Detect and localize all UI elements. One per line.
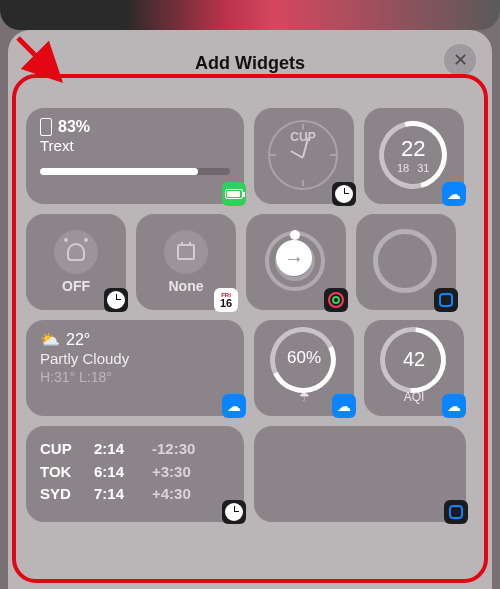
- close-button[interactable]: ✕: [444, 44, 476, 76]
- temp-high: 31: [417, 162, 429, 174]
- clock-app-badge: [332, 182, 356, 206]
- world-clock-list: CUP2:14-12:30TOK6:14+3:30SYD7:14+4:30: [40, 438, 230, 506]
- weather-app-badge: ☁: [442, 182, 466, 206]
- temp-low: 18: [397, 162, 409, 174]
- alarm-widget[interactable]: OFF: [26, 214, 126, 310]
- sheet-title: Add Widgets: [195, 53, 305, 74]
- partly-cloudy-icon: ⛅: [40, 330, 60, 349]
- weather-condition: Partly Cloudy: [40, 350, 230, 367]
- add-widgets-sheet: Add Widgets ✕ 83% Trext CUP: [8, 30, 492, 589]
- precipitation-widget[interactable]: 60% ☂ ☁: [254, 320, 354, 416]
- phone-icon: [40, 118, 52, 136]
- aqi-value: 42: [364, 348, 464, 371]
- batteries-app-badge: [222, 182, 246, 206]
- wallpaper-peek: [0, 0, 500, 30]
- clock-city: CUP: [290, 130, 315, 144]
- temperature-ring-widget[interactable]: 22 18 31 ☁: [364, 108, 464, 204]
- fitness-app-badge: [324, 288, 348, 312]
- arrow-right-icon: →: [276, 240, 312, 276]
- clock-app-badge: [222, 500, 246, 524]
- temp-current: 22: [401, 136, 425, 162]
- battery-widget[interactable]: 83% Trext: [26, 108, 244, 204]
- empty-ring-widget[interactable]: [356, 214, 456, 310]
- weather-high: H:31°: [40, 369, 75, 385]
- fitness-dot-icon: [290, 230, 300, 240]
- calendar-icon: [164, 230, 208, 274]
- app-badge: [444, 500, 468, 524]
- weather-temp: 22°: [66, 331, 90, 349]
- clock-app-badge: [104, 288, 128, 312]
- aqi-widget[interactable]: 42 AQI ☁: [364, 320, 464, 416]
- sheet-header: Add Widgets ✕: [8, 48, 492, 78]
- world-clock-row: CUP2:14-12:30: [40, 438, 230, 461]
- weather-app-badge: ☁: [222, 394, 246, 418]
- precip-value: 60%: [254, 348, 354, 368]
- battery-device: Trext: [40, 137, 230, 154]
- close-icon: ✕: [453, 49, 468, 71]
- city-clock-widget[interactable]: CUP: [254, 108, 354, 204]
- weather-forecast-widget[interactable]: ⛅ 22° Partly Cloudy H:31° L:18° ☁: [26, 320, 244, 416]
- world-clock-row: SYD7:14+4:30: [40, 483, 230, 506]
- calendar-label: None: [169, 278, 204, 294]
- calendar-widget[interactable]: None FRI 16: [136, 214, 236, 310]
- weather-app-badge: ☁: [442, 394, 466, 418]
- alarm-label: OFF: [62, 278, 90, 294]
- empty-widget[interactable]: [254, 426, 466, 522]
- battery-bar: [40, 168, 230, 175]
- world-clocks-widget[interactable]: CUP2:14-12:30TOK6:14+3:30SYD7:14+4:30: [26, 426, 244, 522]
- widget-grid: 83% Trext CUP 2: [26, 108, 474, 579]
- fitness-widget[interactable]: →: [246, 214, 346, 310]
- calendar-app-badge: FRI 16: [214, 288, 238, 312]
- world-clock-row: TOK6:14+3:30: [40, 461, 230, 484]
- alarm-icon: [54, 230, 98, 274]
- app-badge: [434, 288, 458, 312]
- ring-icon: [373, 229, 437, 293]
- battery-percent: 83%: [58, 118, 90, 136]
- weather-app-badge: ☁: [332, 394, 356, 418]
- clock-face-icon: CUP: [268, 120, 338, 190]
- weather-low: L:18°: [79, 369, 112, 385]
